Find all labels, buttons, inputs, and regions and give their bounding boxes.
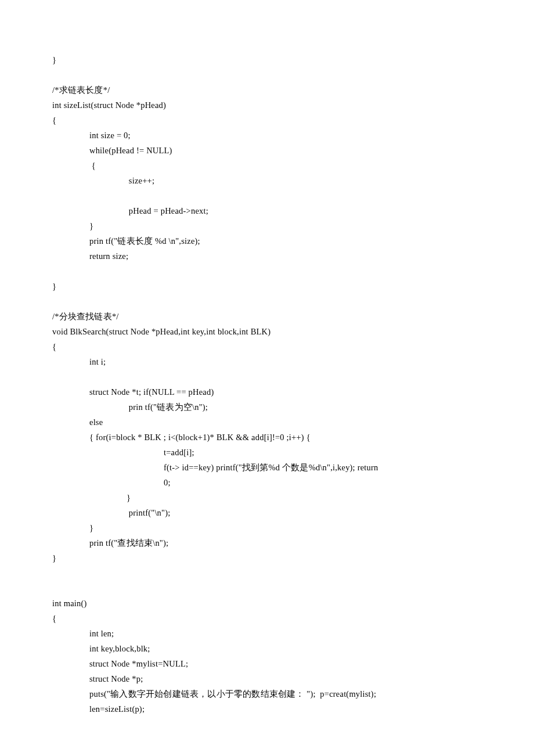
code-line: int size = 0; (52, 128, 482, 143)
blank-line (52, 264, 482, 279)
code-line: 0; (52, 475, 482, 490)
code-line: puts("输入数字开始创建链表，以小于零的数结束创建： "); p=creat… (52, 686, 482, 701)
code-line: } (52, 52, 482, 67)
code-line: struct Node *p; (52, 671, 482, 686)
code-line: /*求链表长度*/ (52, 82, 482, 98)
blank-line (52, 369, 482, 384)
code-line: } (52, 520, 482, 535)
code-line: } (52, 218, 482, 233)
code-line: pHead = pHead->next; (52, 203, 482, 218)
code-line: size++; (52, 173, 482, 188)
code-line: prin tf("链表长度 %d \n",size); (52, 233, 482, 249)
code-line: prin tf("查找结束\n"); (52, 535, 482, 550)
code-line: printf("\n"); (52, 505, 482, 520)
code-line: len=sizeList(p); (52, 701, 482, 717)
code-line: int key,block,blk; (52, 641, 482, 656)
code-document: }/*求链表长度*/int sizeList(struct Node *pHea… (0, 0, 534, 751)
code-line: t=add[i]; (52, 445, 482, 460)
blank-line (52, 67, 482, 82)
blank-line (52, 581, 482, 596)
code-line: int i; (52, 354, 482, 369)
code-line: { (52, 339, 482, 354)
blank-line (52, 294, 482, 309)
code-line: void BlkSearch(struct Node *pHead,int ke… (52, 324, 482, 339)
code-line: struct Node *mylist=NULL; (52, 656, 482, 671)
code-line: } (52, 279, 482, 294)
code-line: struct Node *t; if(NULL == pHead) (52, 384, 482, 399)
code-line: int len; (52, 626, 482, 641)
code-line: return size; (52, 249, 482, 264)
code-line: { (52, 158, 482, 173)
code-line: } (52, 490, 482, 505)
code-line: prin tf("链表为空\n"); (52, 399, 482, 415)
code-line: int main() (52, 596, 482, 611)
code-line: int sizeList(struct Node *pHead) (52, 98, 482, 113)
code-line: { (52, 113, 482, 128)
code-line: f(t-> id==key) printf("找到第%d 个数是%d\n",i,… (52, 460, 482, 475)
code-line: { (52, 611, 482, 626)
code-line: { for(i=block * BLK ; i<(block+1)* BLK &… (52, 430, 482, 445)
blank-line (52, 566, 482, 581)
code-line: else (52, 415, 482, 430)
blank-line (52, 188, 482, 203)
code-line: /*分块查找链表*/ (52, 309, 482, 324)
code-line: } (52, 550, 482, 566)
code-line: while(pHead != NULL) (52, 143, 482, 158)
